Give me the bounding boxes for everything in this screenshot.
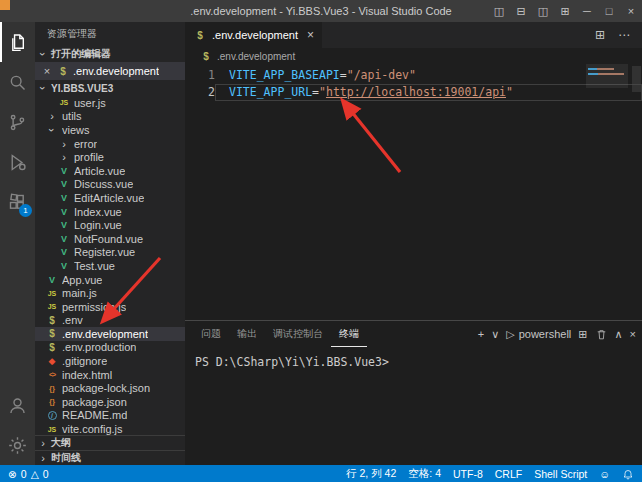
panel-tab-调试控制台[interactable]: 调试控制台: [265, 321, 331, 347]
tree-item-error[interactable]: ›error: [35, 137, 185, 151]
tree-item-NotFound.vue[interactable]: VNotFound.vue: [35, 232, 185, 246]
maximize-panel-icon[interactable]: ∧: [615, 328, 623, 341]
editor-scrollbar[interactable]: [632, 66, 641, 92]
tree-item-.env.production[interactable]: $.env.production: [35, 341, 185, 355]
terminal-profile-dropdown-icon[interactable]: ∨: [491, 328, 499, 341]
file-label: permission.js: [62, 301, 126, 313]
warning-count: 0: [43, 468, 49, 480]
code-area: 1VITE_APP_BASEAPI="/api-dev"2VITE_APP_UR…: [185, 67, 642, 101]
file-label: vite.config.js: [62, 423, 123, 435]
tree-item-App.vue[interactable]: VApp.vue: [35, 273, 185, 287]
close-window-button[interactable]: ×: [620, 0, 642, 22]
timeline-header[interactable]: › 时间线: [35, 450, 185, 465]
editor-area: $ .env.development × ⊞ ⋯ $ .env.developm…: [185, 22, 642, 465]
tree-item-Test.vue[interactable]: VTest.vue: [35, 259, 185, 273]
error-count: 0: [21, 468, 27, 480]
editor-tab-bar: $ .env.development × ⊞ ⋯: [185, 22, 642, 48]
split-editor-icon[interactable]: ⊞: [590, 28, 610, 42]
extensions-badge: 1: [19, 204, 32, 217]
tree-item-main.js[interactable]: JSmain.js: [35, 286, 185, 300]
env-icon: $: [199, 50, 213, 62]
search-icon[interactable]: [0, 62, 35, 102]
panel-actions: + ∨ ▷ powershell ⊞ ∧ ×: [478, 328, 636, 341]
tree-item-profile[interactable]: ›profile: [35, 150, 185, 164]
code-editor[interactable]: 1VITE_APP_BASEAPI="/api-dev"2VITE_APP_UR…: [185, 64, 642, 320]
minimize-button[interactable]: ─: [576, 0, 598, 22]
tree-item-.env[interactable]: $.env: [35, 314, 185, 328]
shell-selector[interactable]: ▷ powershell: [506, 328, 571, 341]
panel-tab-终端[interactable]: 终端: [331, 321, 367, 347]
project-header[interactable]: › YI.BBS.VUE3: [35, 80, 185, 96]
extensions-icon[interactable]: 1: [0, 182, 35, 222]
tree-item-Discuss.vue[interactable]: VDiscuss.vue: [35, 178, 185, 192]
minimap[interactable]: [588, 68, 626, 75]
tree-item-README.md[interactable]: iREADME.md: [35, 409, 185, 423]
account-icon[interactable]: [0, 385, 35, 425]
tree-item-Login.vue[interactable]: VLogin.vue: [35, 218, 185, 232]
js-icon: JS: [45, 423, 59, 435]
tree-item-views[interactable]: ›views: [35, 123, 185, 137]
source-control-icon[interactable]: [0, 102, 35, 142]
explorer-icon[interactable]: [0, 22, 35, 62]
tab-label: .env.development: [212, 29, 298, 41]
settings-gear-icon[interactable]: [0, 425, 35, 465]
tree-item-vite.config.js[interactable]: JSvite.config.js: [35, 422, 185, 435]
tree-item-package-lock.json[interactable]: {}package-lock.json: [35, 381, 185, 395]
file-label: utils: [62, 110, 82, 122]
tree-item-Index.vue[interactable]: VIndex.vue: [35, 205, 185, 219]
problems-status[interactable]: ⊗ 0 △ 0: [8, 468, 49, 480]
file-label: Discuss.vue: [74, 178, 133, 190]
layout-sidebar-icon[interactable]: ◫: [488, 0, 510, 22]
terminal-content[interactable]: PS D:\CSharp\Yi\Yi.BBS.Vue3>: [185, 347, 642, 465]
code-line-2[interactable]: 2VITE_APP_URL="http://localhost:19001/ap…: [185, 84, 642, 101]
layout-panel-icon[interactable]: ⊟: [510, 0, 532, 22]
close-tab-icon[interactable]: ×: [307, 28, 314, 42]
tree-item-Register.vue[interactable]: VRegister.vue: [35, 246, 185, 260]
tree-item-index.html[interactable]: <>index.html: [35, 368, 185, 382]
maximize-button[interactable]: □: [598, 0, 620, 22]
new-terminal-icon[interactable]: +: [478, 328, 484, 340]
eol-sequence[interactable]: CRLF: [495, 468, 522, 480]
open-editor-item[interactable]: × $ .env.development: [35, 62, 185, 80]
encoding[interactable]: UTF-8: [453, 468, 483, 480]
notifications-bell-icon[interactable]: [622, 468, 634, 480]
language-mode[interactable]: Shell Script: [534, 468, 587, 480]
close-panel-icon[interactable]: ×: [630, 328, 636, 340]
tab-env-development[interactable]: $ .env.development ×: [185, 22, 322, 48]
vue-icon: V: [45, 274, 59, 286]
kill-terminal-icon[interactable]: [595, 328, 608, 341]
panel-tab-输出[interactable]: 输出: [229, 321, 265, 347]
file-label: views: [62, 124, 90, 136]
layout-secondary-sidebar-icon[interactable]: ◫: [532, 0, 554, 22]
titlebar-actions: ◫ ⊟ ◫ ⊞ ─ □ ×: [488, 0, 642, 22]
terminal-play-icon: ▷: [506, 328, 514, 341]
tree-item-package.json[interactable]: {}package.json: [35, 395, 185, 409]
chevron-right-icon: ›: [37, 452, 49, 464]
feedback-smiley-icon[interactable]: ☺: [599, 468, 610, 480]
tree-item-EditArticle.vue[interactable]: VEditArticle.vue: [35, 191, 185, 205]
shell-label: powershell: [519, 328, 572, 340]
close-editor-icon[interactable]: ×: [41, 65, 53, 77]
vue-icon: V: [57, 233, 71, 245]
open-editors-header[interactable]: › 打开的编辑器: [35, 46, 185, 62]
panel-header: 问题输出调试控制台终端 + ∨ ▷ powershell ⊞ ∧ ×: [185, 321, 642, 347]
tree-item-.env.development[interactable]: $.env.development: [35, 327, 185, 341]
customize-layout-icon[interactable]: ⊞: [554, 0, 576, 22]
indentation[interactable]: 空格: 4: [408, 467, 441, 481]
breadcrumb[interactable]: $ .env.development: [185, 48, 642, 64]
more-actions-icon[interactable]: ⋯: [614, 28, 634, 42]
tree-item-permission.js[interactable]: JSpermission.js: [35, 300, 185, 314]
tree-item-Article.vue[interactable]: VArticle.vue: [35, 164, 185, 178]
tree-item-utils[interactable]: ›utils: [35, 110, 185, 124]
outline-header[interactable]: › 大纲: [35, 435, 185, 450]
timeline-label: 时间线: [51, 451, 81, 465]
tree-item-user.js[interactable]: JSuser.js: [35, 96, 185, 110]
run-debug-icon[interactable]: [0, 142, 35, 182]
cursor-position[interactable]: 行 2, 列 42: [346, 467, 396, 481]
tree-item-.gitignore[interactable]: ◆.gitignore: [35, 354, 185, 368]
chevron-right-icon: ›: [57, 138, 71, 150]
panel-tab-问题[interactable]: 问题: [193, 321, 229, 347]
split-terminal-icon[interactable]: ⊞: [578, 328, 587, 341]
code-line-1[interactable]: 1VITE_APP_BASEAPI="/api-dev": [185, 67, 642, 84]
html-icon: <>: [45, 369, 59, 381]
